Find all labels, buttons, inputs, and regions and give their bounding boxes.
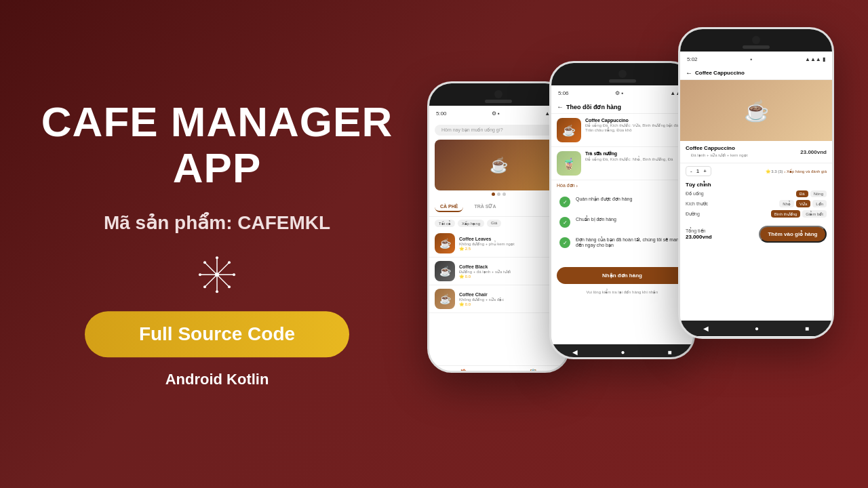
svg-point-6 bbox=[199, 274, 201, 277]
order-img-1: ☕ bbox=[557, 118, 581, 142]
android-nav-2: ◀ ● ■ bbox=[551, 344, 693, 359]
order-title: Theo dõi đơn hàng bbox=[566, 104, 621, 110]
cta-button[interactable]: Full Source Code bbox=[85, 312, 349, 358]
nav-history[interactable]: 📋 Lịch sử bbox=[498, 369, 568, 373]
phone-2: 5:06 ⚙ ▪ ▲▲▲ ← Theo dõi đơn hàng ☕ Coffe… bbox=[549, 61, 695, 359]
option-binh-thuong[interactable]: Bình thường bbox=[771, 210, 801, 218]
filter-rating[interactable]: Xếp hạng bbox=[458, 220, 484, 227]
camera-lens bbox=[494, 90, 502, 98]
item-info: Coffee Leaves Không đường + phủ kem ngọt… bbox=[459, 237, 562, 251]
add-to-cart-btn[interactable]: Thêm vào giỏ hàng bbox=[759, 226, 827, 243]
camera-lens-2 bbox=[618, 70, 627, 78]
category-tabs: CÀ PHÊ TRÀ SỮA bbox=[429, 198, 568, 217]
option-vua[interactable]: Vừa bbox=[796, 200, 810, 207]
tab-tra-sua[interactable]: TRÀ SỮA bbox=[469, 202, 501, 212]
banner-image: ☕ bbox=[435, 140, 562, 190]
phone-bottom-3 bbox=[680, 336, 832, 339]
banner-dots bbox=[429, 190, 568, 198]
svg-point-11 bbox=[203, 286, 206, 289]
list-item: ☕ Coffee Leaves Không đường + phủ kem ng… bbox=[429, 230, 568, 258]
svg-point-8 bbox=[203, 262, 206, 264]
option-row-drink: Đồ uống Đá Nóng bbox=[686, 190, 827, 197]
order-info-1: Coffee Cappuccino Đồ uống Đá, Kích thước… bbox=[585, 118, 688, 142]
item-image: ☕ bbox=[435, 289, 455, 309]
status-dot-3: ✓ bbox=[559, 237, 570, 248]
status-bar-2: 5:06 ⚙ ▪ ▲▲▲ bbox=[551, 85, 693, 100]
banner-img-content: ☕ bbox=[435, 140, 562, 190]
nav-home[interactable]: 🏠 Trang chủ bbox=[429, 369, 498, 373]
svg-point-12 bbox=[215, 273, 219, 277]
status-bar-1: 5:00 ⚙ ▪ ▲▲▲ bbox=[429, 106, 568, 121]
order-note: Vui lòng kiểm tra lại đơn hàng khi nhận bbox=[551, 288, 693, 296]
phone-3-top bbox=[680, 29, 832, 52]
option-nho[interactable]: Nhỏ bbox=[779, 200, 794, 207]
qty-plus[interactable]: + bbox=[703, 168, 707, 174]
status-dot-1: ✓ bbox=[559, 197, 570, 207]
option-nong[interactable]: Nóng bbox=[810, 190, 827, 197]
item-image: ☕ bbox=[435, 261, 455, 281]
search-bar: Hôm nay bạn muốn uống gì? bbox=[435, 125, 562, 136]
size-options: Nhỏ Vừa Lớn bbox=[779, 200, 827, 207]
camera-lens-3 bbox=[752, 36, 760, 44]
speaker bbox=[485, 100, 512, 103]
phone-1-camera bbox=[429, 83, 568, 106]
tab-ca-phe[interactable]: CÀ PHÊ bbox=[435, 202, 463, 212]
order-info-2: Trà sữa nướng Đồ uống Đá, Kích thước: Nh… bbox=[585, 151, 688, 176]
star-icon bbox=[41, 255, 393, 298]
phone-2-screen: ← Theo dõi đơn hàng ☕ Coffee Cappuccino … bbox=[551, 100, 693, 344]
bottom-nav-1: 🏠 Trang chủ 📋 Lịch sử bbox=[429, 365, 568, 373]
android-nav-3: ◀ ● ■ bbox=[680, 321, 832, 336]
svg-point-7 bbox=[233, 274, 235, 277]
order-img-2: 🧋 bbox=[557, 151, 581, 176]
option-giam-bot[interactable]: Giảm bớt bbox=[802, 210, 827, 218]
option-lon[interactable]: Lớn bbox=[812, 200, 827, 207]
back-arrow[interactable]: ← bbox=[557, 103, 564, 110]
platform-label: Android Kotlin bbox=[41, 371, 393, 389]
qty-minus[interactable]: - bbox=[690, 168, 692, 174]
status-bar-3: 5:02 ▪ ▲▲▲ ▮ bbox=[680, 52, 832, 66]
product-code: Mã sản phẩm: CAFEMKL bbox=[41, 212, 393, 235]
phone-1: 5:00 ⚙ ▪ ▲▲▲ Hôm nay bạn muốn uống gì? ☕… bbox=[427, 81, 570, 373]
product-price-row: Coffee Cappuccino Đá lạnh + sữa tươi + k… bbox=[680, 141, 832, 163]
list-item: ☕ Coffee Black Đường + đá lạnh + sữa tươ… bbox=[429, 258, 568, 285]
filter-all[interactable]: Tất cả bbox=[435, 220, 455, 227]
item-info: Coffee Chair Không đường + sữa đặc ⭐ 0.0 bbox=[459, 292, 562, 306]
phone-3-screen: ← Coffee Cappuccino ☕ Coffee Cappuccino … bbox=[680, 66, 832, 321]
sugar-options: Bình thường Giảm bớt bbox=[771, 210, 827, 218]
qty-rating-row: - 1 + ⭐ 3.3 (3) › Xếp hàng và đánh giá bbox=[680, 163, 832, 179]
invoice-link[interactable]: Hóa đơn › bbox=[551, 180, 693, 191]
filter-price[interactable]: Giá bbox=[487, 220, 501, 227]
option-da[interactable]: Đá bbox=[796, 190, 808, 197]
total-label-price: Tổng tiền 23.000vnd bbox=[686, 228, 712, 240]
filter-bar: Tất cả Xếp hạng Giá bbox=[429, 217, 568, 230]
svg-point-10 bbox=[228, 262, 231, 264]
timeline-item-1: ✓ Quán nhận được đơn hàng bbox=[559, 197, 685, 207]
speaker-2 bbox=[609, 79, 636, 83]
status-dot-2: ✓ bbox=[559, 217, 570, 228]
detail-header: ← Coffee Cappuccino bbox=[680, 66, 832, 80]
phone-3: 5:02 ▪ ▲▲▲ ▮ ← Coffee Cappuccino ☕ Coffe… bbox=[678, 27, 834, 339]
product-rating[interactable]: ⭐ 3.3 (3) › Xếp hàng và đánh giá bbox=[766, 169, 827, 174]
svg-point-9 bbox=[228, 286, 231, 289]
customize-section: Tùy chỉnh Đồ uống Đá Nóng Kích thước Nhỏ… bbox=[680, 179, 832, 223]
back-arrow-3[interactable]: ← bbox=[686, 69, 692, 77]
speaker-3 bbox=[743, 45, 770, 49]
option-row-sugar: Đường Bình thường Giảm bớt bbox=[686, 210, 827, 218]
item-info: Coffee Black Đường + đá lạnh + sữa tươi … bbox=[459, 264, 562, 279]
receive-order-btn[interactable]: Nhận đơn hàng bbox=[557, 267, 688, 284]
product-title: Coffee Cappuccino bbox=[695, 70, 745, 76]
app-title: CAFE MANAGER APP bbox=[41, 99, 393, 191]
order-item-1: ☕ Coffee Cappuccino Đồ uống Đá, Kích thư… bbox=[551, 114, 693, 147]
product-image: ☕ bbox=[680, 80, 832, 141]
product-detail-name: Coffee Cappuccino Đá lạnh + sữa tươi + k… bbox=[686, 145, 753, 159]
list-item: ☕ Coffee Chair Không đường + sữa đặc ⭐ 0… bbox=[429, 285, 568, 313]
phone-2-top bbox=[551, 63, 693, 85]
order-item-2: 🧋 Trà sữa nướng Đồ uống Đá, Kích thước: … bbox=[551, 147, 693, 180]
svg-point-4 bbox=[216, 257, 218, 260]
svg-point-5 bbox=[216, 291, 218, 293]
left-section: CAFE MANAGER APP Mã sản phẩm: CAFEMKL Fu… bbox=[41, 99, 393, 388]
order-timeline: ✓ Quán nhận được đơn hàng ✓ Chuẩn bị đơn… bbox=[551, 191, 693, 263]
timeline-item-2: ✓ Chuẩn bị đơn hàng bbox=[559, 217, 685, 228]
timeline-item-3: ✓ Đơn hàng của bạn đã hoàn tất, chúng tô… bbox=[559, 237, 685, 248]
quantity-control: - 1 + bbox=[686, 166, 711, 176]
